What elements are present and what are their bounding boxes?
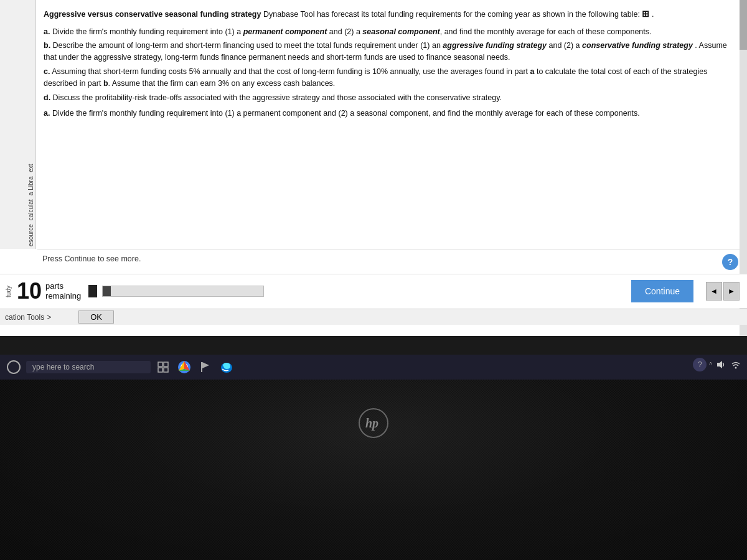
progress-bar <box>102 286 264 297</box>
q-a-text: Divide the firm's monthly funding requir… <box>52 27 652 36</box>
question-d: d. Discuss the profitability-risk trade-… <box>44 92 737 104</box>
question-a: a. Divide the firm's monthly funding req… <box>44 26 737 38</box>
ok-button[interactable]: OK <box>78 310 114 324</box>
q-b-text2: and (2) a <box>549 41 583 50</box>
help-button[interactable]: ? <box>722 254 738 270</box>
svg-rect-7 <box>201 362 202 372</box>
sidebar-esource: esource <box>26 223 35 249</box>
study-sidebar-label: tudy <box>5 286 12 297</box>
ok-tools-row: cation Tools > OK <box>0 309 747 325</box>
tray-speaker-icon[interactable] <box>715 358 727 371</box>
table-icon: ⊞ <box>642 9 649 19</box>
dot-pattern <box>0 380 747 560</box>
question-c: c. Assuming that short-term funding cost… <box>44 66 737 90</box>
question-title-line: Aggressive versus conservative seasonal … <box>44 7 737 21</box>
press-continue-section: Press Continue to see more. <box>37 249 740 267</box>
q-b-text1: Describe the amount of long-term and sho… <box>53 41 443 50</box>
cation-tools-arrow: > <box>47 313 51 322</box>
progress-bar-fill <box>103 286 111 296</box>
system-tray: ? ^ <box>693 358 742 371</box>
tray-wifi-icon[interactable] <box>730 358 742 371</box>
taskbar-chrome-icon[interactable] <box>176 358 193 376</box>
parts-number: 10 <box>17 280 42 302</box>
question-b: b. Describe the amount of long-term and … <box>44 40 737 64</box>
sidebar-libra: a Libra <box>26 175 35 198</box>
svg-marker-10 <box>717 361 722 368</box>
windows-start-button[interactable] <box>5 358 22 376</box>
svg-rect-2 <box>158 368 162 372</box>
win-circle-icon <box>7 360 21 374</box>
taskbar: ype here to search <box>0 355 747 380</box>
parts-remaining-row: tudy 10 parts remaining Continue ◄ ► <box>0 274 747 308</box>
taskbar-multiwindow-icon[interactable] <box>154 358 172 376</box>
title-period: . <box>652 10 654 19</box>
taskbar-search-bar[interactable]: ype here to search <box>26 361 151 373</box>
hp-logo: hp <box>358 408 389 439</box>
nav-prev-button[interactable]: ◄ <box>706 282 722 301</box>
cation-tools-text: cation Tools <box>5 313 44 322</box>
taskbar-flag-icon[interactable] <box>197 358 214 376</box>
svg-rect-1 <box>164 362 168 366</box>
nav-next-button[interactable]: ► <box>723 282 740 301</box>
parts-text-container: parts remaining <box>45 281 81 301</box>
progress-indicator <box>88 285 97 297</box>
svg-rect-0 <box>158 362 162 366</box>
q-a-label: a. <box>44 27 50 36</box>
tray-caret: ^ <box>709 362 712 368</box>
cation-tools-label: cation Tools > <box>0 313 54 322</box>
nav-arrows: ◄ ► <box>706 282 740 301</box>
question-a2: a. Divide the firm's monthly funding req… <box>44 108 737 119</box>
q-c-text: Assuming that short-term funding costs 5… <box>44 67 707 88</box>
taskbar-search-text: ype here to search <box>32 363 94 371</box>
sidebar-nav: ext a Libra calculat esource <box>0 0 36 249</box>
sidebar-calculat: calculat <box>26 198 35 223</box>
q-c-label: c. <box>44 67 50 76</box>
q-a2-label: a. <box>44 109 50 118</box>
parts-label2: remaining <box>45 291 81 301</box>
q-b-bold2: conservative funding strategy <box>582 41 693 50</box>
svg-rect-3 <box>164 368 168 372</box>
title-subtitle: Dynabase Tool has forecast its total fun… <box>263 10 640 19</box>
taskbar-edge-icon[interactable] <box>218 358 235 376</box>
q-d-text: Discuss the profitability-risk trade-off… <box>53 93 502 102</box>
tray-help-icon: ? <box>693 358 707 371</box>
scrollbar-thumb[interactable] <box>740 0 747 50</box>
parts-label1: parts <box>45 281 81 291</box>
laptop-body <box>0 380 747 560</box>
title-bold: Aggressive versus conservative seasonal … <box>44 10 261 19</box>
sidebar-ext: ext <box>26 162 35 175</box>
svg-marker-8 <box>202 362 209 368</box>
q-d-label: d. <box>44 93 50 102</box>
svg-text:hp: hp <box>365 416 378 431</box>
continue-button[interactable]: Continue <box>631 280 693 302</box>
q-b-label: b. <box>44 41 50 50</box>
svg-point-11 <box>735 367 737 369</box>
q-b-bold1: aggressive funding strategy <box>443 41 547 50</box>
q-a2-text: Divide the firm's monthly funding requir… <box>52 109 640 118</box>
press-continue-text: Press Continue to see more. <box>42 254 141 263</box>
